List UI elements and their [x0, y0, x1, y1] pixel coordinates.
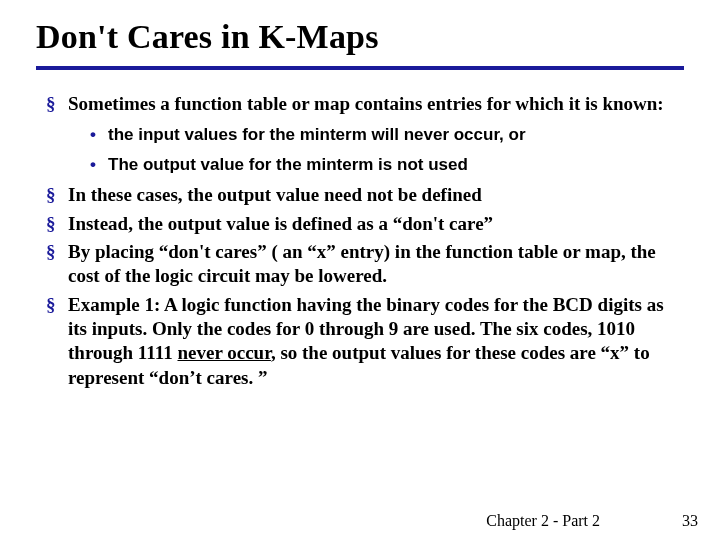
bullet-item: By placing “don't cares” ( an “x” entry)…	[46, 240, 684, 289]
slide: Don't Cares in K-Maps Sometimes a functi…	[0, 0, 720, 390]
sub-bullet-text: The output value for the minterm is not …	[108, 155, 468, 174]
bullet-text: Instead, the output value is defined as …	[68, 213, 493, 234]
underlined-text: never occur	[177, 342, 270, 363]
bullet-item: Example 1: A logic function having the b…	[46, 293, 684, 390]
bullet-text: Sometimes a function table or map contai…	[68, 93, 664, 114]
sub-bullet-text: the input values for the minterm will ne…	[108, 125, 526, 144]
slide-title: Don't Cares in K-Maps	[36, 18, 684, 56]
bullet-item: Sometimes a function table or map contai…	[46, 92, 684, 177]
bullet-item: Instead, the output value is defined as …	[46, 212, 684, 236]
sub-bullet-item: The output value for the minterm is not …	[90, 152, 684, 178]
bullet-list-level1: Sometimes a function table or map contai…	[36, 92, 684, 390]
title-rule	[36, 66, 684, 70]
footer-page-number: 33	[682, 512, 698, 530]
bullet-item: In these cases, the output value need no…	[46, 183, 684, 207]
sub-bullet-item: the input values for the minterm will ne…	[90, 122, 684, 148]
bullet-text: In these cases, the output value need no…	[68, 184, 482, 205]
bullet-list-level2: the input values for the minterm will ne…	[68, 122, 684, 177]
bullet-text: By placing “don't cares” ( an “x” entry)…	[68, 241, 656, 286]
footer-chapter: Chapter 2 - Part 2	[486, 512, 600, 530]
